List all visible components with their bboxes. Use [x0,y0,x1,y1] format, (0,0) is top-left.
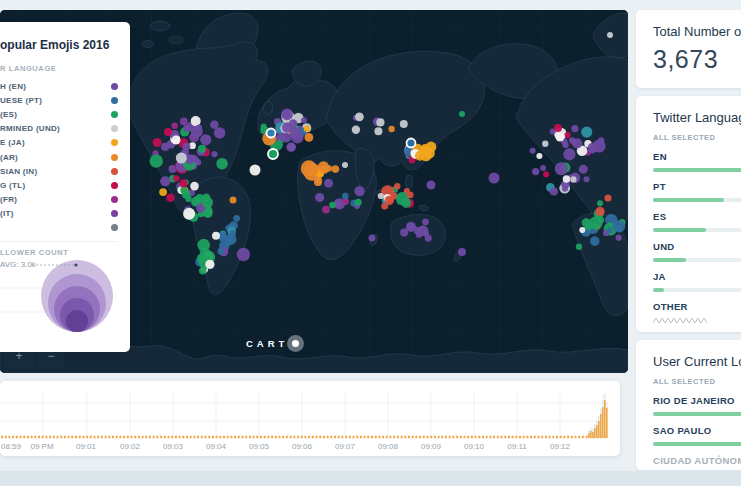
timeline-bar [590,431,592,438]
category-row[interactable]: RIO DE JANEIRO [653,395,741,416]
total-count-value: 3,673 [653,45,741,74]
legend-item-label: (AR) [0,153,18,162]
map-dot-na-wrap [530,148,536,154]
map-dot-na-wrap [589,147,596,154]
timeline-tick-label: 09:05 [249,442,270,451]
map-dot-europe [286,142,296,152]
map-dot [230,197,237,204]
map-dot-argentina [205,260,214,269]
map-dot-australia [423,230,429,236]
map-dot-japan [424,148,434,158]
legend-item-label: H (EN) [0,82,26,91]
map-dot [172,136,181,145]
map-dot-russia [376,118,384,126]
map-dot-africa [324,179,333,188]
category-bar-fill [653,168,741,172]
category-row[interactable]: JA [653,271,741,292]
map-dot-mexico-ca [160,176,170,186]
map-dot-africa [329,202,336,209]
category-row[interactable]: PT [653,181,741,202]
category-bar-track [653,168,741,172]
map-dot-na-wrap [579,165,588,174]
map-dot-europe [290,127,301,138]
map-dot-europe [304,126,310,132]
category-row[interactable]: ES [653,211,741,232]
legend-color-dot [111,196,118,203]
timeline-bar [594,428,596,438]
map-dot-africa [354,186,364,196]
timeline-widget[interactable]: 08:5909 PM09:0109:0209:0309:0409:0509:06… [0,381,620,456]
map-dot-na-wrap [572,138,582,148]
map-dot-australia [416,232,422,238]
location-category-list: RIO DE JANEIROSAO PAULO [653,395,741,446]
map-dot-us-east [195,159,201,165]
category-bar-fill [653,442,741,446]
location-widget-card: User Current Lo ALL SELECTED RIO DE JANE… [636,340,741,470]
map-dot [459,111,465,117]
timeline-bar [606,408,608,438]
map-dot-indonesia [378,193,384,199]
map-dot-selected-ring [407,139,416,148]
legend-color-dot [111,97,118,104]
map-dot-na-wrap [532,168,539,175]
timeline-chart[interactable]: 08:5909 PM09:0109:0209:0309:0409:0509:06… [0,381,620,456]
map-dot [314,178,322,186]
map-dot-na-wrap [536,153,542,159]
legend-color-dot [111,154,118,161]
map-dot-africa [315,193,324,202]
total-count-title: Total Number o [653,24,741,39]
category-row-other[interactable]: OTHER [653,301,741,324]
category-row[interactable]: SAO PAULO [653,425,741,446]
map-dot-na-wrap [555,162,568,175]
map-dot-russia [400,120,408,128]
map-dot-us-east [210,120,219,129]
map-dot-sa-wrap [579,227,585,233]
map-dot-sa-wrap [576,244,582,250]
category-row[interactable]: EN [653,151,741,172]
timeline-tick-label: 09:08 [378,442,399,451]
map-dot-europe [284,112,290,118]
legend-item: E (JA) [0,136,130,150]
category-row[interactable]: UND [653,241,741,262]
legend-color-dot [111,139,118,146]
map-dot-sa-wrap [590,236,600,246]
map-dot-africa [322,206,330,214]
legend-item: (ES) [0,107,130,121]
language-all-selected: ALL SELECTED [653,133,741,142]
map-dot-selected-ring [267,129,276,138]
map-dot [369,235,376,242]
map-dot-us-east [216,158,228,170]
category-bar-fill [653,288,664,292]
map-dot-indonesia [388,196,394,202]
map-dot-na-wrap [540,165,546,171]
map-dot [458,248,466,256]
map-dot-us-east [214,127,225,138]
timeline-bar [604,400,606,438]
language-widget-card: Twitter Languag ALL SELECTED ENPTESUNDJA… [636,96,741,332]
legend-color-dot [111,83,118,90]
category-row-faded[interactable]: CIUDAD AUTÓNOMA [653,455,741,466]
map-dot-sa-wrap [613,220,625,232]
category-label: SAO PAULO [653,425,741,436]
map-dot-mexico-ca [179,179,187,187]
timeline-bar [588,433,590,438]
size-legend-circle [66,310,88,332]
map-dot-us-east [183,143,191,151]
map-dot-na-wrap [550,187,558,195]
timeline-bar [596,425,598,438]
map-dot-indonesia [407,191,414,198]
map-dot-europe [301,117,307,123]
map-dot [164,128,172,136]
map-dot-argentina [197,239,210,252]
timeline-tick-label: 09:11 [507,442,527,451]
map-dot-indonesia [394,183,400,189]
category-label: OTHER [653,301,741,312]
category-bar-track [653,228,741,232]
legend-item: H (EN) [0,79,130,93]
map-dot-us-east [211,151,217,157]
timeline-tick-label: 09:03 [163,442,184,451]
map-dot-sa-wrap [597,200,603,206]
legend-item: UESE (PT) [0,93,130,107]
category-label: UND [653,241,741,252]
timeline-tick-label: 09:09 [421,442,442,451]
